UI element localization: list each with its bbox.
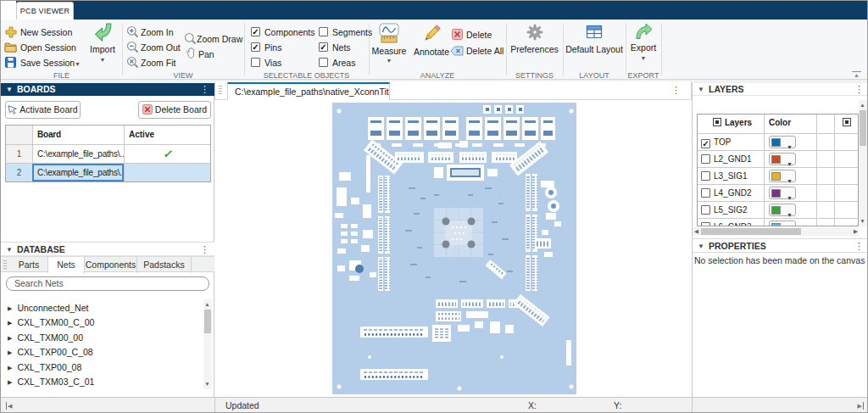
zoom-fit-button[interactable]: Zoom Fit	[141, 56, 175, 70]
new-session-button[interactable]: New Session	[20, 25, 72, 39]
segments-checkbox[interactable]	[319, 27, 328, 36]
database-panel-header[interactable]: ▼ DATABASE ⋮	[1, 242, 214, 256]
annotate-button[interactable]: Annotate	[411, 24, 452, 57]
layer-color-dropdown[interactable]: ▼	[769, 153, 796, 165]
tab-parts[interactable]: Parts	[10, 257, 48, 273]
database-collapse-icon[interactable]: ▼	[6, 243, 13, 257]
expand-icon[interactable]: ▶	[8, 320, 12, 326]
delete-button[interactable]: Delete	[466, 28, 492, 42]
net-item[interactable]: ▶CXL_TXM00_00	[1, 331, 196, 345]
save-session-caret[interactable]: ▼	[75, 61, 81, 67]
pins-checkbox[interactable]	[251, 42, 260, 52]
expand-icon[interactable]: ▶	[8, 379, 12, 385]
select-all-extra-checkbox[interactable]	[843, 118, 851, 126]
layer-visible-checkbox[interactable]	[701, 205, 710, 215]
nets-scrollbar[interactable]: ▲ ▼	[203, 299, 212, 389]
layer-visible-checkbox[interactable]	[701, 171, 710, 181]
layer-row-l2-gnd1[interactable]: L2_GND1 ▼	[698, 150, 858, 167]
net-item[interactable]: ▶CXL_TXP00_08	[1, 360, 196, 375]
layer-visible-checkbox[interactable]	[701, 139, 710, 148]
layer-color-dropdown[interactable]: ▼	[769, 187, 796, 199]
delete-board-button[interactable]: Delete Board	[138, 101, 211, 119]
expand-icon[interactable]: ▶	[8, 335, 12, 341]
layers-panel-header[interactable]: ▼ LAYERS ⋮	[693, 83, 868, 96]
activate-board-button[interactable]: Activate Board	[5, 101, 81, 119]
tab-components[interactable]: Components	[85, 257, 137, 273]
pan-button[interactable]: Pan	[198, 47, 214, 61]
nets-scrollbar-thumb[interactable]	[204, 310, 211, 333]
expand-icon[interactable]: ▶	[8, 305, 12, 311]
properties-menu-icon[interactable]: ⋮	[854, 239, 864, 254]
layer-row-l4-gnd2[interactable]: L4_GND2 ▼	[698, 184, 858, 201]
scroll-down-icon[interactable]: ▼	[203, 381, 211, 388]
net-item[interactable]: ▶CXL_TXM03_C_01	[1, 375, 196, 389]
color-col-header[interactable]: Color	[764, 114, 816, 133]
layers-vscrollbar[interactable]: ▲ ▼	[859, 100, 867, 226]
canvas-tabbar-grip[interactable]	[219, 86, 222, 96]
import-button[interactable]: Import ▼	[86, 23, 120, 63]
layer-visible-checkbox[interactable]	[701, 154, 710, 164]
layers-vscrollbar-thumb[interactable]	[860, 110, 866, 146]
nets-checkbox[interactable]	[319, 42, 328, 52]
delete-all-button[interactable]: Delete All	[466, 44, 504, 58]
properties-collapse-icon[interactable]: ▼	[698, 239, 704, 254]
layer-color-dropdown[interactable]: ▼	[769, 204, 796, 216]
boards-panel-header[interactable]: ▼ BOARDS ⋮	[1, 83, 214, 96]
boards-col-board[interactable]: Board	[32, 126, 124, 144]
boards-collapse-icon[interactable]: ▼	[6, 83, 13, 96]
export-caret[interactable]: ▼	[626, 55, 661, 61]
zoom-draw-button[interactable]: Zoom Draw	[197, 32, 242, 46]
board-row-1[interactable]: 1 C:\example_file_paths\... ✓	[6, 144, 210, 163]
tab-pcb-viewer[interactable]: PCB VIEWER	[16, 2, 74, 20]
properties-panel-header[interactable]: ▼ PROPERTIES ⋮	[693, 238, 868, 253]
layers-hscrollbar[interactable]: ◀ ▶	[693, 227, 859, 236]
vias-checkbox[interactable]	[251, 58, 260, 67]
preferences-button[interactable]: Preferences	[509, 24, 560, 54]
layer-color-dropdown[interactable]: ▼	[769, 220, 796, 226]
layer-color-dropdown[interactable]: ▼	[769, 136, 796, 148]
net-item[interactable]: ▶CXL_TXP00_C_08	[1, 345, 196, 360]
layer-visible-checkbox[interactable]	[701, 222, 710, 226]
layers-menu-icon[interactable]: ⋮	[854, 83, 864, 96]
select-all-layers-checkbox[interactable]	[713, 118, 721, 126]
scroll-right-edge-icon[interactable]: ▶	[858, 402, 864, 410]
scroll-left-edge-icon[interactable]: ◀	[6, 402, 12, 410]
layer-color-dropdown[interactable]: ▼	[769, 170, 796, 182]
components-checkbox[interactable]	[251, 27, 260, 36]
layer-row-top[interactable]: TOP ▼	[698, 133, 858, 150]
expand-icon[interactable]: ▶	[8, 365, 12, 371]
canvas[interactable]	[215, 100, 691, 397]
scroll-right-icon[interactable]: ▶	[852, 228, 860, 235]
layer-row-l3-sig1[interactable]: L3_SIG1 ▼	[698, 167, 858, 184]
measure-caret[interactable]: ▼	[369, 58, 409, 64]
default-layout-button[interactable]: Default Layout	[563, 24, 626, 54]
tab-nets[interactable]: Nets	[48, 257, 85, 274]
scroll-up-icon[interactable]: ▲	[859, 102, 866, 109]
save-session-button[interactable]: Save Session	[20, 56, 75, 70]
canvas-menu-icon[interactable]: ⋮	[671, 85, 681, 96]
import-caret[interactable]: ▼	[86, 57, 120, 63]
scroll-down-icon[interactable]: ▼	[859, 218, 866, 225]
layer-row-l6-gnd3[interactable]: L6_GND3 ▼	[698, 218, 858, 226]
layer-row-l5-sig2[interactable]: L5_SIG2 ▼	[698, 201, 858, 218]
zoom-in-button[interactable]: Zoom In	[141, 25, 174, 39]
net-item[interactable]: ▶Unconnected_Net	[1, 301, 196, 315]
layers-col-header[interactable]: Layers	[698, 114, 764, 133]
board-row-2[interactable]: 2 C:\example_file_paths\...	[6, 163, 210, 181]
canvas-tab[interactable]: C:\example_file_paths\native_XconnTitan	[227, 82, 390, 100]
scroll-up-icon[interactable]: ▲	[203, 301, 211, 308]
tab-padstacks[interactable]: Padstacks	[137, 257, 192, 273]
boards-col-active[interactable]: Active	[124, 126, 210, 144]
measure-button[interactable]: Measure ▼	[369, 22, 409, 64]
search-nets-input[interactable]: Search Nets	[6, 276, 209, 291]
database-tabbar-grip[interactable]	[3, 260, 7, 271]
layers-collapse-icon[interactable]: ▼	[698, 83, 704, 96]
layers-hscrollbar-thumb[interactable]	[701, 228, 801, 235]
expand-icon[interactable]: ▶	[8, 349, 12, 355]
open-session-button[interactable]: Open Session	[20, 41, 76, 54]
zoom-out-button[interactable]: Zoom Out	[141, 41, 181, 54]
boards-menu-icon[interactable]: ⋮	[200, 83, 209, 96]
collapse-ribbon-button[interactable]: ▲	[852, 71, 861, 79]
scroll-left-icon[interactable]: ◀	[693, 228, 700, 235]
areas-checkbox[interactable]	[319, 58, 328, 67]
